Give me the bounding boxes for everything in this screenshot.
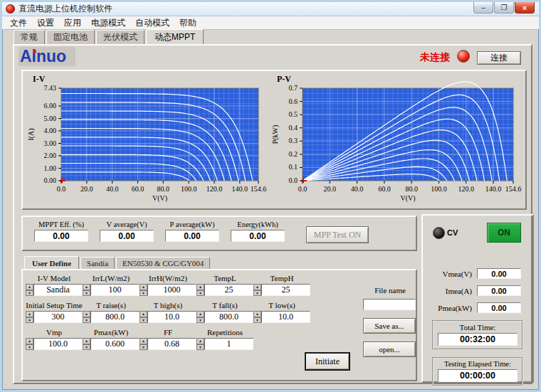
mpp-test-button[interactable]: MPP Test ON	[306, 226, 369, 243]
menu-item-1[interactable]: 设置	[32, 16, 59, 30]
param-input[interactable]	[33, 311, 83, 323]
spinner-down-icon[interactable]: ▼	[196, 290, 204, 297]
menu-item-3[interactable]: 电源模式	[86, 16, 130, 30]
param-input[interactable]	[147, 311, 196, 323]
svg-text:7.43: 7.43	[44, 84, 57, 92]
close-button[interactable]: ×	[515, 2, 535, 14]
spinner-down-icon[interactable]: ▼	[196, 317, 204, 324]
svg-text:0.0: 0.0	[289, 176, 298, 184]
param-input[interactable]	[90, 284, 140, 296]
param-input[interactable]	[261, 284, 310, 296]
total-time-value: 00:32:00	[438, 333, 518, 346]
spinner-down-icon[interactable]: ▼	[83, 290, 90, 297]
iv-chart[interactable]: 0.020.040.060.080.0100.0120.0140.0154.60…	[26, 84, 264, 205]
svg-text:60.0: 60.0	[132, 185, 145, 193]
tab-常规[interactable]: 常规	[14, 30, 45, 45]
spinner-up-icon[interactable]: ▲	[140, 311, 147, 317]
param-row-1: Initial Setup Time▲▼T raise(s)▲▼T high(s…	[26, 301, 316, 323]
spinner-up-icon[interactable]: ▲	[26, 311, 33, 317]
spinner-down-icon[interactable]: ▼	[140, 344, 147, 351]
spinner-down-icon[interactable]: ▼	[253, 317, 261, 324]
spinner-up-icon[interactable]: ▲	[140, 284, 147, 290]
spinner-down-icon[interactable]: ▼	[83, 317, 90, 324]
param-input[interactable]	[147, 284, 196, 296]
spinner-down-icon[interactable]: ▼	[26, 344, 33, 351]
param-cell-0-1: IrrL(W/m2)▲▼	[83, 274, 140, 296]
svg-text:100.0: 100.0	[181, 185, 197, 193]
svg-text:0.00: 0.00	[44, 176, 57, 184]
minimize-button[interactable]: –	[473, 2, 493, 14]
initiate-button[interactable]: Initiate	[305, 352, 350, 371]
param-input[interactable]	[204, 311, 253, 323]
svg-text:0.3: 0.3	[289, 137, 298, 144]
menu-item-5[interactable]: 帮助	[174, 16, 201, 30]
param-cell-2-2: FF▲▼	[140, 328, 196, 350]
maximize-button[interactable]: ❐	[494, 2, 514, 14]
svg-text:0.0: 0.0	[57, 185, 66, 193]
param-input[interactable]	[90, 311, 140, 323]
save-as-button[interactable]: Save as...	[363, 318, 416, 334]
param-input[interactable]	[204, 338, 253, 350]
spinner-down-icon[interactable]: ▼	[253, 290, 261, 297]
spinner-up-icon[interactable]: ▲	[253, 311, 261, 317]
param-cell-1-0: Initial Setup Time▲▼	[26, 301, 83, 323]
spinner-up-icon[interactable]: ▲	[196, 338, 204, 344]
svg-text:4.00: 4.00	[44, 127, 57, 134]
menu-item-2[interactable]: 应用	[59, 16, 86, 30]
param-input[interactable]	[33, 338, 83, 350]
spinner-down-icon[interactable]: ▼	[140, 290, 147, 297]
param-input[interactable]	[90, 338, 140, 350]
spinner-up-icon[interactable]: ▲	[83, 284, 90, 290]
power-on-button[interactable]: ON	[487, 223, 521, 243]
spinner-up-icon[interactable]: ▲	[253, 284, 261, 290]
elapsed-time-group: Testing Elapsed Time: 00:00:00	[432, 357, 523, 386]
params-tab-user-define[interactable]: User Define	[24, 256, 79, 270]
param-input[interactable]	[147, 338, 196, 350]
spinner-down-icon[interactable]: ▼	[196, 344, 204, 351]
spinner-up-icon[interactable]: ▲	[83, 338, 90, 344]
spinner: ▲▼	[196, 284, 204, 296]
param-field: ▲▼	[140, 311, 196, 323]
charts-container: I-V0.020.040.060.080.0100.0120.0140.0154…	[23, 71, 525, 208]
spinner-down-icon[interactable]: ▼	[140, 317, 147, 324]
connect-button[interactable]: 连接	[477, 51, 521, 65]
spinner-up-icon[interactable]: ▲	[196, 284, 204, 290]
pv-chart[interactable]: 0.020.040.060.080.0100.0120.0140.0154.60…	[270, 84, 522, 205]
spinner-up-icon[interactable]: ▲	[196, 311, 204, 317]
charts-panel: I-V0.020.040.060.080.0100.0120.0140.0154…	[21, 70, 527, 210]
spinner-down-icon[interactable]: ▼	[26, 317, 33, 324]
svg-text:40.0: 40.0	[351, 185, 364, 193]
maximize-icon: ❐	[501, 4, 508, 11]
spinner-up-icon[interactable]: ▲	[26, 338, 33, 344]
spinner-up-icon[interactable]: ▲	[83, 311, 90, 317]
params-tab-en50530-cgc-gy004[interactable]: EN50530 & CGC/GY004	[116, 257, 210, 269]
tab-光伏模式[interactable]: 光伏模式	[96, 30, 145, 45]
svg-text:140.0: 140.0	[485, 185, 502, 193]
param-input[interactable]	[33, 284, 83, 296]
spinner: ▲▼	[140, 284, 147, 296]
param-input[interactable]	[204, 284, 253, 296]
menu-item-0[interactable]: 文件	[5, 16, 32, 30]
params-tab-sandia[interactable]: Sandia	[80, 257, 115, 269]
tab-动态MPPT[interactable]: 动态MPPT	[146, 29, 204, 46]
open-button[interactable]: open...	[363, 341, 416, 357]
spinner-up-icon[interactable]: ▲	[140, 338, 147, 344]
menu-item-4[interactable]: 自动模式	[130, 16, 174, 30]
stat-label: V average(V)	[94, 221, 159, 228]
svg-text:140.0: 140.0	[232, 185, 248, 193]
param-label: FF	[140, 328, 196, 337]
spinner-up-icon[interactable]: ▲	[26, 284, 33, 290]
file-column: File name Save as... open...	[363, 286, 417, 357]
param-input[interactable]	[261, 311, 310, 323]
logo-dot-icon	[33, 50, 36, 53]
brand-logo: Ainuo	[19, 47, 75, 66]
param-cell-1-3: T fall(s)▲▼	[196, 301, 253, 323]
params-tab-content: I-V Model▲▼IrrL(W/m2)▲▼IrrH(W/m2)▲▼TempL…	[21, 269, 417, 381]
tab-固定电池[interactable]: 固定电池	[46, 30, 95, 45]
total-time-group: Total Time: 00:32:00	[432, 320, 523, 350]
logo-text: Ainuo	[20, 47, 66, 65]
spinner-down-icon[interactable]: ▼	[83, 344, 90, 351]
svg-text:5.00: 5.00	[44, 115, 57, 122]
spinner-down-icon[interactable]: ▼	[26, 290, 33, 297]
file-name-input[interactable]	[363, 299, 416, 310]
